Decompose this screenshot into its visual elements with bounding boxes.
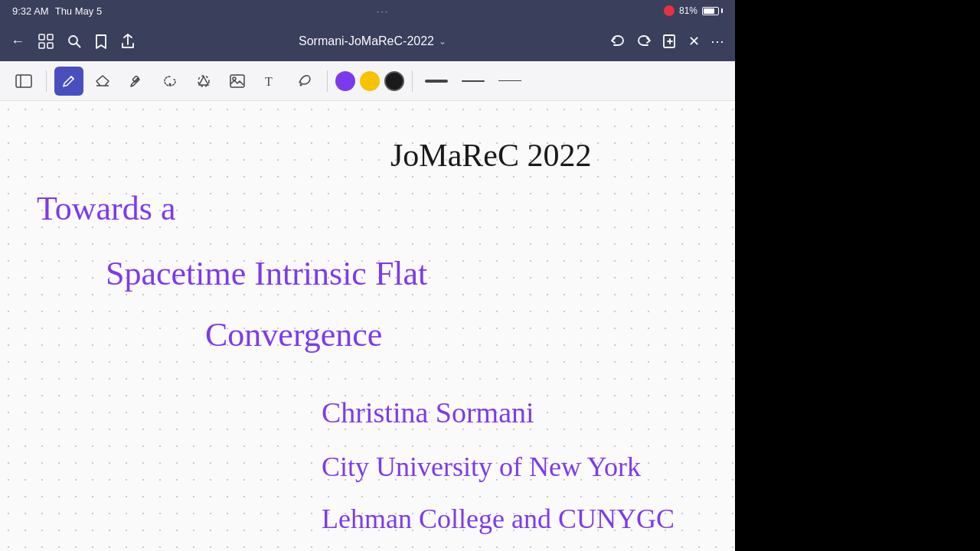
battery-percent: 81% (679, 5, 697, 16)
redo-button[interactable] (636, 34, 652, 48)
svg-rect-15 (230, 75, 244, 87)
battery-fill (704, 8, 714, 14)
line-thick-icon (425, 80, 448, 83)
svg-text:T: T (265, 75, 273, 88)
color-yellow-swatch[interactable] (360, 71, 380, 91)
nav-bar: ← (0, 21, 735, 61)
eraser-tool-button[interactable] (88, 67, 117, 96)
toolbar: T (0, 61, 735, 101)
status-right: 81% (664, 5, 723, 16)
separator-2 (327, 70, 328, 92)
search-button[interactable] (67, 34, 81, 48)
image-tool-button[interactable] (223, 67, 252, 96)
add-page-button[interactable] (662, 34, 678, 49)
nav-center: Sormani-JoMaReC-2022 ⌄ (299, 34, 446, 48)
institution2-text: Lehman College and CUNYGC (322, 504, 675, 534)
convergence-text: Convergence (205, 316, 382, 354)
share-button[interactable] (121, 34, 135, 49)
svg-rect-2 (39, 43, 44, 48)
towards-text: Towards a (37, 190, 175, 227)
status-left: 9:32 AM Thu May 5 (12, 5, 102, 17)
lasso-tool-button[interactable] (155, 67, 185, 96)
author-text: Christina Sormani (322, 396, 534, 429)
separator-3 (412, 70, 413, 92)
svg-rect-1 (47, 34, 53, 40)
right-panel (735, 0, 980, 551)
nav-left: ← (11, 34, 135, 50)
date-display: Thu May 5 (55, 5, 102, 17)
pen-tool-button[interactable] (54, 67, 83, 96)
close-button[interactable]: ✕ (688, 33, 700, 50)
status-ellipsis: ··· (377, 5, 390, 17)
line-thin-icon (498, 80, 521, 81)
ink-tool-button[interactable] (290, 67, 319, 96)
bookmark-button[interactable] (95, 34, 107, 49)
svg-line-5 (77, 44, 80, 47)
line-medium-icon (462, 80, 485, 82)
ipad-display: 9:32 AM Thu May 5 ··· 81% ← (0, 0, 735, 551)
svg-point-12 (169, 83, 172, 85)
recording-indicator (664, 5, 675, 16)
color-black-swatch[interactable] (384, 71, 404, 91)
svg-rect-9 (16, 75, 31, 87)
text-tool-button[interactable]: T (256, 67, 286, 96)
document-title: Sormani-JoMaReC-2022 (299, 34, 434, 48)
highlighter-tool-button[interactable] (122, 67, 151, 96)
institution1-text: City University of New York (322, 452, 641, 482)
back-button[interactable]: ← (11, 34, 24, 50)
canvas-area[interactable]: JoMaReC 2022 Towards a Spacetime Intrins… (0, 101, 735, 551)
time-display: 9:32 AM (12, 5, 49, 17)
battery-icon (702, 7, 723, 15)
grid-button[interactable] (38, 34, 54, 49)
svg-rect-3 (47, 43, 53, 48)
line-weight-thick-button[interactable] (420, 70, 452, 93)
title-chevron-icon[interactable]: ⌄ (439, 36, 446, 47)
undo-button[interactable] (610, 34, 626, 48)
shape-tool-button[interactable] (189, 67, 218, 96)
svg-point-18 (300, 83, 302, 86)
nav-right: ✕ ⋯ (610, 33, 724, 50)
battery-tip (721, 8, 723, 13)
color-purple-swatch[interactable] (335, 71, 355, 91)
spacetime-text: Spacetime Intrinsic Flat (106, 255, 427, 292)
title-text: JoMaReC 2022 (390, 138, 592, 173)
svg-marker-14 (199, 77, 208, 85)
note-handwriting-svg: JoMaReC 2022 Towards a Spacetime Intrins… (0, 101, 735, 551)
collapse-sidebar-button[interactable] (9, 67, 38, 96)
line-weight-thin-button[interactable] (494, 70, 526, 93)
battery-body (702, 7, 719, 15)
separator-1 (46, 70, 47, 92)
more-button[interactable]: ⋯ (710, 33, 724, 50)
line-weight-medium-button[interactable] (457, 70, 489, 93)
svg-rect-0 (39, 34, 44, 40)
status-bar: 9:32 AM Thu May 5 ··· 81% (0, 0, 735, 21)
